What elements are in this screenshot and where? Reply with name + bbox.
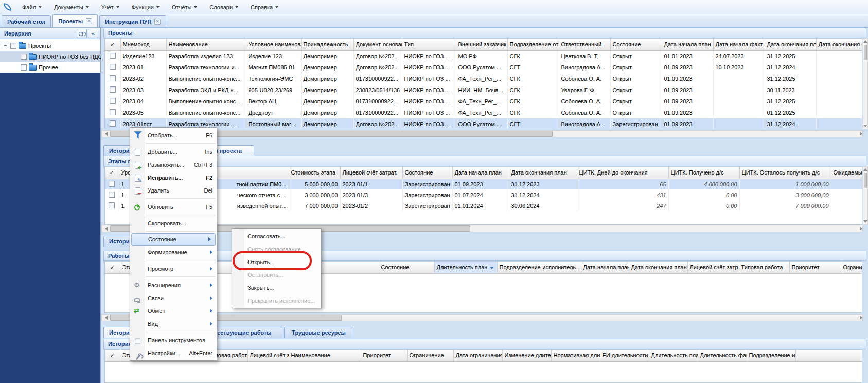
column-header[interactable]: Ожидаемые	[831, 167, 862, 179]
collapse-node-icon[interactable]	[3, 43, 8, 48]
column-header[interactable]: Дата окончания план	[629, 262, 687, 273]
column-header[interactable]: Подразделение-исполнитель..	[497, 262, 581, 273]
row-checkbox-cell[interactable]	[105, 50, 120, 62]
column-header[interactable]: Документ-основан	[353, 39, 402, 50]
column-header[interactable]: Нормативная длит	[551, 350, 600, 361]
column-header[interactable]: Дата начала план	[452, 167, 509, 179]
tree-item-other[interactable]: Прочее	[0, 62, 100, 73]
column-header[interactable]: ✓	[105, 39, 120, 50]
table-row[interactable]: 2023-01пстРазработка технологии ...Посто…	[105, 118, 862, 129]
column-header[interactable]: ✓	[105, 167, 119, 179]
close-icon[interactable]	[86, 18, 92, 24]
menu-item-view-mode[interactable]: Просмотр	[130, 262, 217, 275]
column-header[interactable]: Дата начала план.	[581, 262, 629, 273]
column-header[interactable]: Состояние	[402, 167, 452, 179]
tab-labor-resources[interactable]: Трудовые ресурсы	[284, 327, 353, 338]
tree-item-projects[interactable]: Проекты	[0, 40, 100, 51]
table-row[interactable]: 2023-03Разработка ЭКД и РКД н...905-U020…	[105, 84, 862, 96]
column-header[interactable]: ЦИТК. Получено д/с	[668, 167, 739, 179]
column-header[interactable]: ЦИТК. Осталось получить д/с	[739, 167, 831, 179]
tab-desktop[interactable]: Рабочий стол	[2, 15, 51, 27]
collapse-panel-icon[interactable]: «	[88, 29, 98, 38]
column-header[interactable]: Изменение длител	[502, 350, 551, 361]
checkbox[interactable]	[110, 109, 116, 115]
table-row[interactable]: 2023-04Выполнение опытно-конс...Вектор-А…	[105, 96, 862, 107]
row-checkbox-cell[interactable]	[105, 179, 119, 189]
column-header[interactable]: Подразделение-ис	[747, 350, 795, 361]
column-header[interactable]: Состояние	[379, 262, 434, 273]
checkbox[interactable]	[110, 75, 116, 81]
row-checkbox-cell[interactable]	[105, 200, 119, 211]
column-header[interactable]: Ответственный	[559, 39, 610, 50]
column-header[interactable]: Условное наименова	[246, 39, 301, 50]
row-checkbox-cell[interactable]	[105, 62, 120, 73]
menu-item-exchange[interactable]: Обмен	[130, 304, 217, 317]
menu-item-duplicate[interactable]: Размножить...Ctrl+F3	[130, 158, 217, 171]
column-header[interactable]: Дата начала факт.	[713, 39, 765, 50]
menu-item-delete[interactable]: УдалитьDel	[130, 184, 217, 197]
menu-item-state[interactable]: Состояние	[131, 233, 216, 246]
column-header[interactable]: Типовая работа	[739, 262, 789, 273]
menu-item-edit[interactable]: Исправить...F2	[130, 171, 217, 184]
submenu-item-close[interactable]: Закрыть...	[232, 281, 321, 294]
column-header[interactable]: Наименование	[289, 350, 361, 361]
scroll-thumb[interactable]	[864, 45, 867, 60]
column-header[interactable]: Мнемокод	[120, 39, 166, 50]
table-row[interactable]: 2023-01Разработка технологии и...Магнит …	[105, 62, 862, 73]
column-header[interactable]: Ограничен	[841, 262, 862, 273]
column-header[interactable]: Дата окончания ф	[816, 39, 862, 50]
column-header[interactable]: Лицевой счёт затр	[247, 350, 289, 361]
scroll-down-icon[interactable]	[863, 125, 867, 127]
checkbox[interactable]	[109, 192, 115, 198]
checkbox[interactable]	[21, 54, 27, 60]
scroll-left-icon[interactable]	[102, 315, 110, 321]
table-row[interactable]: 1ческого отчета с ...3 000 000,002023-01…	[105, 189, 862, 200]
scroll-right-icon[interactable]	[854, 315, 862, 321]
row-checkbox-cell[interactable]	[105, 73, 120, 84]
menubar-item-reports[interactable]: Отчёты	[166, 2, 203, 12]
menubar-item-dictionaries[interactable]: Словари	[203, 2, 244, 12]
checkbox[interactable]	[110, 64, 116, 70]
close-icon[interactable]	[154, 19, 161, 25]
column-header[interactable]: Ограничение	[407, 350, 453, 361]
menubar-item-functions[interactable]: Функции	[126, 2, 166, 12]
checkbox[interactable]	[110, 86, 116, 93]
column-header[interactable]: Приоритет	[361, 350, 407, 361]
checkbox[interactable]	[110, 98, 116, 104]
menu-item-forming[interactable]: Формирование	[130, 246, 217, 258]
checkbox[interactable]	[109, 181, 115, 187]
tab-instructions-pup[interactable]: Инструкции ПУП	[99, 15, 166, 27]
column-header[interactable]: Дата окончания план	[509, 167, 577, 179]
menu-item-add[interactable]: Добавить...Ins	[130, 145, 217, 158]
column-header[interactable]: ЦИТК. Дней до окончания	[577, 167, 668, 179]
menu-item-toolbar[interactable]: Панель инструментов	[130, 334, 217, 346]
checkbox[interactable]	[110, 120, 116, 127]
checkbox[interactable]	[10, 43, 16, 49]
menu-item-extensions[interactable]: Расширения	[130, 278, 217, 291]
column-header[interactable]: Длительность пла	[649, 350, 698, 361]
column-header[interactable]: Приоритет	[789, 262, 841, 273]
menubar-item-documents[interactable]: Документы	[48, 2, 95, 12]
row-checkbox-cell[interactable]	[105, 107, 120, 118]
checkbox[interactable]	[21, 64, 27, 71]
row-checkbox-cell[interactable]	[105, 96, 120, 107]
column-header[interactable]: Длительность план	[434, 262, 497, 273]
column-header[interactable]: Состояние	[610, 39, 662, 50]
column-header[interactable]: Длительность фак	[698, 350, 747, 361]
column-header[interactable]: ✓	[105, 350, 120, 361]
column-header[interactable]	[795, 350, 862, 361]
menubar-item-help[interactable]: Справка	[244, 2, 285, 12]
scroll-up-icon[interactable]	[863, 168, 867, 171]
column-header[interactable]: ЕИ длительности	[600, 350, 649, 361]
scroll-right-icon[interactable]	[854, 225, 862, 232]
column-header[interactable]: Лицевой счёт затрат.	[340, 167, 402, 179]
tree-item-niokr-goz[interactable]: НИОКР по ГОЗ без НДС	[0, 51, 100, 62]
menu-item-filter[interactable]: Отобрать...F6	[130, 129, 217, 142]
menubar-item-file[interactable]: Файл	[16, 2, 48, 12]
column-header[interactable]: Дата ограничения	[453, 350, 502, 361]
menu-item-refresh[interactable]: ОбновитьF5	[130, 200, 217, 213]
row-checkbox-cell[interactable]	[105, 118, 120, 129]
scroll-thumb[interactable]	[864, 173, 867, 188]
row-checkbox-cell[interactable]	[105, 84, 120, 96]
table-row[interactable]: 2023-02Выполнение опытно-конс...Технолог…	[105, 73, 862, 84]
